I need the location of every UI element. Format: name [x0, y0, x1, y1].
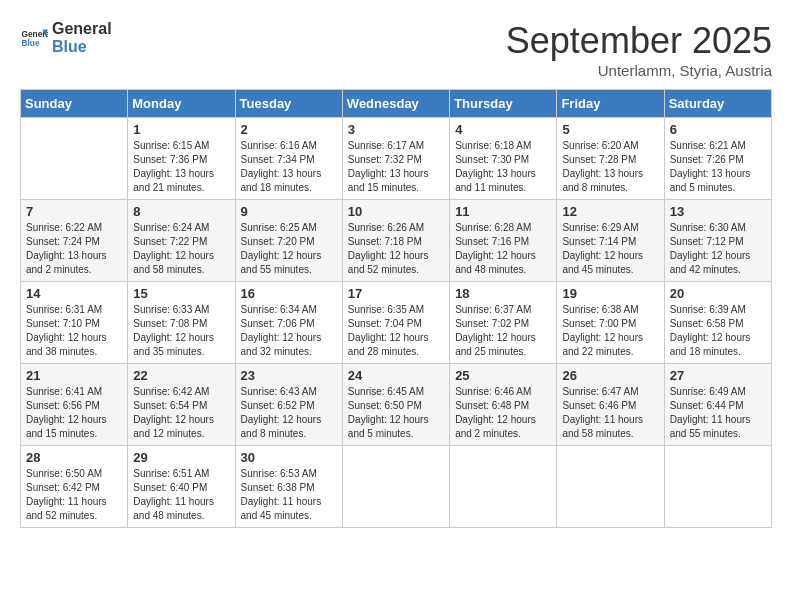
location-subtitle: Unterlamm, Styria, Austria — [506, 62, 772, 79]
day-number: 18 — [455, 286, 551, 301]
calendar-day-cell — [342, 446, 449, 528]
logo: General Blue General Blue — [20, 20, 112, 55]
day-number: 7 — [26, 204, 122, 219]
logo-blue: Blue — [52, 38, 112, 56]
day-info: Sunrise: 6:39 AM Sunset: 6:58 PM Dayligh… — [670, 303, 766, 359]
page-header: General Blue General Blue September 2025… — [20, 20, 772, 79]
calendar-day-cell: 4Sunrise: 6:18 AM Sunset: 7:30 PM Daylig… — [450, 118, 557, 200]
calendar-day-cell — [557, 446, 664, 528]
day-number: 27 — [670, 368, 766, 383]
day-info: Sunrise: 6:37 AM Sunset: 7:02 PM Dayligh… — [455, 303, 551, 359]
day-info: Sunrise: 6:42 AM Sunset: 6:54 PM Dayligh… — [133, 385, 229, 441]
day-number: 26 — [562, 368, 658, 383]
day-info: Sunrise: 6:50 AM Sunset: 6:42 PM Dayligh… — [26, 467, 122, 523]
day-number: 8 — [133, 204, 229, 219]
calendar-day-cell: 27Sunrise: 6:49 AM Sunset: 6:44 PM Dayli… — [664, 364, 771, 446]
col-header-friday: Friday — [557, 90, 664, 118]
calendar-day-cell: 19Sunrise: 6:38 AM Sunset: 7:00 PM Dayli… — [557, 282, 664, 364]
day-number: 16 — [241, 286, 337, 301]
day-number: 14 — [26, 286, 122, 301]
calendar-day-cell — [450, 446, 557, 528]
day-info: Sunrise: 6:17 AM Sunset: 7:32 PM Dayligh… — [348, 139, 444, 195]
logo-icon: General Blue — [20, 24, 48, 52]
col-header-monday: Monday — [128, 90, 235, 118]
calendar-day-cell: 2Sunrise: 6:16 AM Sunset: 7:34 PM Daylig… — [235, 118, 342, 200]
day-number: 9 — [241, 204, 337, 219]
day-number: 10 — [348, 204, 444, 219]
col-header-wednesday: Wednesday — [342, 90, 449, 118]
calendar-day-cell: 17Sunrise: 6:35 AM Sunset: 7:04 PM Dayli… — [342, 282, 449, 364]
calendar-week-3: 14Sunrise: 6:31 AM Sunset: 7:10 PM Dayli… — [21, 282, 772, 364]
day-info: Sunrise: 6:28 AM Sunset: 7:16 PM Dayligh… — [455, 221, 551, 277]
calendar-day-cell: 5Sunrise: 6:20 AM Sunset: 7:28 PM Daylig… — [557, 118, 664, 200]
calendar-day-cell: 18Sunrise: 6:37 AM Sunset: 7:02 PM Dayli… — [450, 282, 557, 364]
day-number: 20 — [670, 286, 766, 301]
calendar-week-4: 21Sunrise: 6:41 AM Sunset: 6:56 PM Dayli… — [21, 364, 772, 446]
day-info: Sunrise: 6:22 AM Sunset: 7:24 PM Dayligh… — [26, 221, 122, 277]
day-info: Sunrise: 6:21 AM Sunset: 7:26 PM Dayligh… — [670, 139, 766, 195]
calendar-day-cell: 13Sunrise: 6:30 AM Sunset: 7:12 PM Dayli… — [664, 200, 771, 282]
col-header-sunday: Sunday — [21, 90, 128, 118]
day-info: Sunrise: 6:35 AM Sunset: 7:04 PM Dayligh… — [348, 303, 444, 359]
calendar-day-cell: 10Sunrise: 6:26 AM Sunset: 7:18 PM Dayli… — [342, 200, 449, 282]
day-info: Sunrise: 6:15 AM Sunset: 7:36 PM Dayligh… — [133, 139, 229, 195]
col-header-thursday: Thursday — [450, 90, 557, 118]
day-info: Sunrise: 6:33 AM Sunset: 7:08 PM Dayligh… — [133, 303, 229, 359]
svg-text:Blue: Blue — [21, 38, 39, 48]
calendar-day-cell — [21, 118, 128, 200]
calendar-day-cell: 9Sunrise: 6:25 AM Sunset: 7:20 PM Daylig… — [235, 200, 342, 282]
day-info: Sunrise: 6:20 AM Sunset: 7:28 PM Dayligh… — [562, 139, 658, 195]
calendar-day-cell: 22Sunrise: 6:42 AM Sunset: 6:54 PM Dayli… — [128, 364, 235, 446]
day-number: 28 — [26, 450, 122, 465]
day-info: Sunrise: 6:53 AM Sunset: 6:38 PM Dayligh… — [241, 467, 337, 523]
calendar-day-cell: 11Sunrise: 6:28 AM Sunset: 7:16 PM Dayli… — [450, 200, 557, 282]
day-info: Sunrise: 6:30 AM Sunset: 7:12 PM Dayligh… — [670, 221, 766, 277]
day-number: 23 — [241, 368, 337, 383]
day-number: 22 — [133, 368, 229, 383]
calendar-day-cell: 24Sunrise: 6:45 AM Sunset: 6:50 PM Dayli… — [342, 364, 449, 446]
calendar-day-cell: 26Sunrise: 6:47 AM Sunset: 6:46 PM Dayli… — [557, 364, 664, 446]
logo-general: General — [52, 20, 112, 38]
day-info: Sunrise: 6:26 AM Sunset: 7:18 PM Dayligh… — [348, 221, 444, 277]
calendar-day-cell: 16Sunrise: 6:34 AM Sunset: 7:06 PM Dayli… — [235, 282, 342, 364]
day-info: Sunrise: 6:38 AM Sunset: 7:00 PM Dayligh… — [562, 303, 658, 359]
day-number: 13 — [670, 204, 766, 219]
day-info: Sunrise: 6:18 AM Sunset: 7:30 PM Dayligh… — [455, 139, 551, 195]
calendar-day-cell: 6Sunrise: 6:21 AM Sunset: 7:26 PM Daylig… — [664, 118, 771, 200]
day-number: 17 — [348, 286, 444, 301]
day-info: Sunrise: 6:45 AM Sunset: 6:50 PM Dayligh… — [348, 385, 444, 441]
day-number: 15 — [133, 286, 229, 301]
day-info: Sunrise: 6:16 AM Sunset: 7:34 PM Dayligh… — [241, 139, 337, 195]
calendar-week-5: 28Sunrise: 6:50 AM Sunset: 6:42 PM Dayli… — [21, 446, 772, 528]
day-info: Sunrise: 6:24 AM Sunset: 7:22 PM Dayligh… — [133, 221, 229, 277]
calendar-day-cell: 28Sunrise: 6:50 AM Sunset: 6:42 PM Dayli… — [21, 446, 128, 528]
calendar-day-cell: 12Sunrise: 6:29 AM Sunset: 7:14 PM Dayli… — [557, 200, 664, 282]
calendar-day-cell: 29Sunrise: 6:51 AM Sunset: 6:40 PM Dayli… — [128, 446, 235, 528]
day-number: 30 — [241, 450, 337, 465]
calendar-day-cell: 14Sunrise: 6:31 AM Sunset: 7:10 PM Dayli… — [21, 282, 128, 364]
day-info: Sunrise: 6:43 AM Sunset: 6:52 PM Dayligh… — [241, 385, 337, 441]
day-info: Sunrise: 6:49 AM Sunset: 6:44 PM Dayligh… — [670, 385, 766, 441]
calendar-day-cell: 21Sunrise: 6:41 AM Sunset: 6:56 PM Dayli… — [21, 364, 128, 446]
day-number: 29 — [133, 450, 229, 465]
day-number: 4 — [455, 122, 551, 137]
calendar-table: SundayMondayTuesdayWednesdayThursdayFrid… — [20, 89, 772, 528]
calendar-day-cell: 23Sunrise: 6:43 AM Sunset: 6:52 PM Dayli… — [235, 364, 342, 446]
day-number: 12 — [562, 204, 658, 219]
day-number: 1 — [133, 122, 229, 137]
day-number: 2 — [241, 122, 337, 137]
day-info: Sunrise: 6:46 AM Sunset: 6:48 PM Dayligh… — [455, 385, 551, 441]
day-number: 3 — [348, 122, 444, 137]
calendar-day-cell: 3Sunrise: 6:17 AM Sunset: 7:32 PM Daylig… — [342, 118, 449, 200]
col-header-tuesday: Tuesday — [235, 90, 342, 118]
day-number: 21 — [26, 368, 122, 383]
day-info: Sunrise: 6:25 AM Sunset: 7:20 PM Dayligh… — [241, 221, 337, 277]
day-info: Sunrise: 6:51 AM Sunset: 6:40 PM Dayligh… — [133, 467, 229, 523]
calendar-day-cell: 7Sunrise: 6:22 AM Sunset: 7:24 PM Daylig… — [21, 200, 128, 282]
day-number: 11 — [455, 204, 551, 219]
day-info: Sunrise: 6:41 AM Sunset: 6:56 PM Dayligh… — [26, 385, 122, 441]
calendar-day-cell: 8Sunrise: 6:24 AM Sunset: 7:22 PM Daylig… — [128, 200, 235, 282]
day-number: 5 — [562, 122, 658, 137]
calendar-day-cell: 1Sunrise: 6:15 AM Sunset: 7:36 PM Daylig… — [128, 118, 235, 200]
day-info: Sunrise: 6:47 AM Sunset: 6:46 PM Dayligh… — [562, 385, 658, 441]
